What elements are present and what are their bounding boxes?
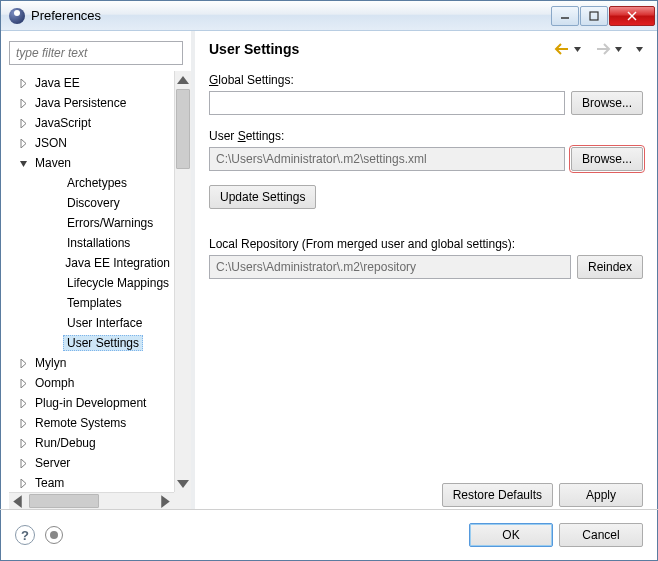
tree-container: Java EEJava PersistenceJavaScriptJSONMav… bbox=[9, 71, 191, 509]
view-menu-icon[interactable] bbox=[636, 42, 643, 56]
preferences-tree[interactable]: Java EEJava PersistenceJavaScriptJSONMav… bbox=[9, 71, 174, 492]
chevron-right-icon[interactable] bbox=[17, 417, 29, 429]
user-settings-input[interactable] bbox=[209, 147, 565, 171]
apply-button[interactable]: Apply bbox=[559, 483, 643, 507]
forward-menu-icon[interactable] bbox=[615, 42, 622, 56]
tree-item-label: User Settings bbox=[63, 335, 143, 351]
tree-item[interactable]: JSON bbox=[9, 133, 174, 153]
chevron-right-icon[interactable] bbox=[17, 137, 29, 149]
svg-rect-1 bbox=[590, 12, 598, 20]
tree-item[interactable]: Run/Debug bbox=[9, 433, 174, 453]
forward-icon[interactable] bbox=[595, 42, 611, 56]
tree-item[interactable]: Errors/Warnings bbox=[9, 213, 174, 233]
tree-item-label: Mylyn bbox=[31, 355, 70, 371]
vertical-scroll-thumb[interactable] bbox=[176, 89, 190, 169]
global-settings-input[interactable] bbox=[209, 91, 565, 115]
chevron-right-icon[interactable] bbox=[17, 397, 29, 409]
tree-item-label: Lifecycle Mappings bbox=[63, 275, 173, 291]
main-area: Java EEJava PersistenceJavaScriptJSONMav… bbox=[1, 31, 657, 509]
local-repo-label: Local Repository (From merged user and g… bbox=[209, 237, 643, 251]
chevron-right-icon[interactable] bbox=[17, 97, 29, 109]
tree-item[interactable]: Team bbox=[9, 473, 174, 492]
tree-item[interactable]: Oomph bbox=[9, 373, 174, 393]
header-nav bbox=[554, 42, 643, 56]
chevron-right-icon[interactable] bbox=[17, 377, 29, 389]
tree-item[interactable]: Server bbox=[9, 453, 174, 473]
window-controls bbox=[551, 6, 655, 26]
tree-item[interactable]: Remote Systems bbox=[9, 413, 174, 433]
app-icon bbox=[9, 8, 25, 24]
tree-item[interactable]: Discovery bbox=[9, 193, 174, 213]
tree-item-label: Maven bbox=[31, 155, 75, 171]
local-repo-input[interactable] bbox=[209, 255, 571, 279]
tree-item[interactable]: Mylyn bbox=[9, 353, 174, 373]
filter-input[interactable] bbox=[9, 41, 183, 65]
chevron-down-icon[interactable] bbox=[17, 157, 29, 169]
horizontal-scrollbar[interactable] bbox=[9, 492, 174, 509]
filter-box bbox=[9, 41, 183, 65]
cancel-button[interactable]: Cancel bbox=[559, 523, 643, 547]
tree-item[interactable]: Java EE bbox=[9, 73, 174, 93]
tree-item-label: Team bbox=[31, 475, 68, 491]
tree-item[interactable]: Maven bbox=[9, 153, 174, 173]
tree-item[interactable]: Java Persistence bbox=[9, 93, 174, 113]
tree-item[interactable]: Lifecycle Mappings bbox=[9, 273, 174, 293]
vertical-scrollbar[interactable] bbox=[174, 71, 191, 492]
chevron-right-icon[interactable] bbox=[17, 457, 29, 469]
titlebar[interactable]: Preferences bbox=[1, 1, 657, 31]
reindex-button[interactable]: Reindex bbox=[577, 255, 643, 279]
footer: ? OK Cancel bbox=[1, 510, 657, 560]
back-menu-icon[interactable] bbox=[574, 42, 581, 56]
chevron-right-icon[interactable] bbox=[17, 117, 29, 129]
chevron-right-icon[interactable] bbox=[17, 77, 29, 89]
close-button[interactable] bbox=[609, 6, 655, 26]
help-icon[interactable]: ? bbox=[15, 525, 35, 545]
restore-defaults-button[interactable]: Restore Defaults bbox=[442, 483, 553, 507]
tree-item[interactable]: Archetypes bbox=[9, 173, 174, 193]
scroll-left-button[interactable] bbox=[9, 493, 26, 509]
tree-item-label: Archetypes bbox=[63, 175, 131, 191]
global-browse-button[interactable]: Browse... bbox=[571, 91, 643, 115]
tree-item-label: Java EE Integration bbox=[61, 255, 174, 271]
tree-item-label: JSON bbox=[31, 135, 71, 151]
scroll-up-button[interactable] bbox=[175, 71, 191, 88]
sidebar: Java EEJava PersistenceJavaScriptJSONMav… bbox=[1, 31, 191, 509]
tree-item-label: Discovery bbox=[63, 195, 124, 211]
ok-button[interactable]: OK bbox=[469, 523, 553, 547]
tree-item[interactable]: Plug-in Development bbox=[9, 393, 174, 413]
page-title: User Settings bbox=[209, 41, 554, 57]
chevron-right-icon[interactable] bbox=[17, 437, 29, 449]
user-browse-button[interactable]: Browse... bbox=[571, 147, 643, 171]
tree-item[interactable]: Java EE Integration bbox=[9, 253, 174, 273]
user-settings-label: User Settings: bbox=[209, 129, 643, 143]
global-settings-group: Global Settings: Browse... bbox=[209, 73, 643, 115]
tree-item-label: Remote Systems bbox=[31, 415, 130, 431]
tree-item-label: Oomph bbox=[31, 375, 78, 391]
horizontal-scroll-thumb[interactable] bbox=[29, 494, 99, 508]
local-repo-group: Local Repository (From merged user and g… bbox=[209, 237, 643, 279]
back-icon[interactable] bbox=[554, 42, 570, 56]
update-settings-button[interactable]: Update Settings bbox=[209, 185, 316, 209]
content-panel: User Settings Global Settings: Browse... bbox=[195, 31, 657, 509]
minimize-button[interactable] bbox=[551, 6, 579, 26]
tree-item[interactable]: Templates bbox=[9, 293, 174, 313]
user-settings-group: User Settings: Browse... bbox=[209, 129, 643, 171]
tree-item[interactable]: Installations bbox=[9, 233, 174, 253]
record-icon[interactable] bbox=[45, 526, 63, 544]
tree-item-label: Plug-in Development bbox=[31, 395, 150, 411]
update-row: Update Settings bbox=[209, 185, 643, 209]
scroll-corner bbox=[174, 492, 191, 509]
chevron-right-icon[interactable] bbox=[17, 477, 29, 489]
maximize-button[interactable] bbox=[580, 6, 608, 26]
tree-item[interactable]: User Interface bbox=[9, 313, 174, 333]
tree-item[interactable]: JavaScript bbox=[9, 113, 174, 133]
scroll-right-button[interactable] bbox=[157, 493, 174, 509]
tree-item-label: User Interface bbox=[63, 315, 146, 331]
chevron-right-icon[interactable] bbox=[17, 357, 29, 369]
scroll-down-button[interactable] bbox=[175, 475, 191, 492]
window-title: Preferences bbox=[31, 8, 551, 23]
tree-item-label: Installations bbox=[63, 235, 134, 251]
tree-item[interactable]: User Settings bbox=[9, 333, 174, 353]
tree-item-label: Java EE bbox=[31, 75, 84, 91]
tree-item-label: Run/Debug bbox=[31, 435, 100, 451]
